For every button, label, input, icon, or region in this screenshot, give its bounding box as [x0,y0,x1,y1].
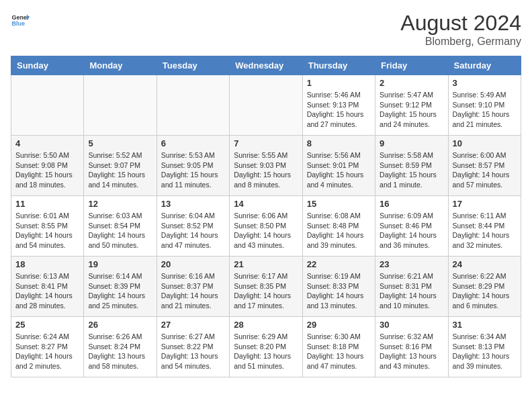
calendar-cell: 8Sunrise: 5:56 AM Sunset: 9:01 PM Daylig… [302,136,375,196]
calendar-table: Sunday Monday Tuesday Wednesday Thursday… [11,56,521,377]
day-number: 12 [88,199,152,209]
day-number: 3 [453,78,517,88]
day-info: Sunrise: 6:34 AM Sunset: 8:13 PM Dayligh… [453,332,517,371]
day-number: 13 [161,199,225,209]
location-subtitle: Blomberg, Germany [400,36,521,48]
calendar-cell: 5Sunrise: 5:52 AM Sunset: 9:07 PM Daylig… [84,136,157,196]
day-number: 26 [88,320,152,330]
day-info: Sunrise: 6:06 AM Sunset: 8:50 PM Dayligh… [234,211,298,250]
day-number: 8 [307,138,371,148]
day-number: 31 [453,320,517,330]
day-info: Sunrise: 5:49 AM Sunset: 9:10 PM Dayligh… [453,90,517,130]
day-number: 5 [88,138,152,148]
col-wednesday: Wednesday [230,56,302,75]
month-year-title: August 2024 [400,11,521,36]
day-number: 19 [88,259,152,269]
day-number: 17 [453,199,517,209]
day-number: 7 [234,138,298,148]
calendar-cell: 7Sunrise: 5:55 AM Sunset: 9:03 PM Daylig… [230,136,302,196]
calendar-week-5: 25Sunrise: 6:24 AM Sunset: 8:27 PM Dayli… [11,317,521,377]
day-number: 1 [307,78,371,88]
calendar-cell: 3Sunrise: 5:49 AM Sunset: 9:10 PM Daylig… [448,75,521,136]
day-number: 9 [380,138,443,148]
day-info: Sunrise: 6:30 AM Sunset: 8:18 PM Dayligh… [307,332,371,371]
day-number: 30 [380,320,443,330]
day-info: Sunrise: 6:24 AM Sunset: 8:27 PM Dayligh… [15,332,79,371]
day-number: 23 [380,259,443,269]
calendar-cell: 31Sunrise: 6:34 AM Sunset: 8:13 PM Dayli… [448,317,521,377]
col-tuesday: Tuesday [157,56,229,75]
col-thursday: Thursday [302,56,375,75]
calendar-cell: 20Sunrise: 6:16 AM Sunset: 8:37 PM Dayli… [157,257,229,317]
calendar-cell: 22Sunrise: 6:19 AM Sunset: 8:33 PM Dayli… [302,257,375,317]
day-info: Sunrise: 6:03 AM Sunset: 8:54 PM Dayligh… [88,211,152,250]
day-info: Sunrise: 5:46 AM Sunset: 9:13 PM Dayligh… [307,90,371,130]
logo: General Blue [11,11,30,30]
day-number: 4 [15,138,79,148]
day-info: Sunrise: 6:29 AM Sunset: 8:20 PM Dayligh… [234,332,298,371]
calendar-cell: 6Sunrise: 5:53 AM Sunset: 9:05 PM Daylig… [157,136,229,196]
calendar-cell [230,75,302,136]
svg-text:Blue: Blue [11,20,25,27]
day-info: Sunrise: 6:27 AM Sunset: 8:22 PM Dayligh… [161,332,225,371]
col-friday: Friday [375,56,448,75]
day-info: Sunrise: 6:19 AM Sunset: 8:33 PM Dayligh… [307,271,371,311]
calendar-week-4: 18Sunrise: 6:13 AM Sunset: 8:41 PM Dayli… [11,257,521,317]
day-info: Sunrise: 6:14 AM Sunset: 8:39 PM Dayligh… [88,271,152,311]
day-info: Sunrise: 6:16 AM Sunset: 8:37 PM Dayligh… [161,271,225,311]
day-info: Sunrise: 6:17 AM Sunset: 8:35 PM Dayligh… [234,271,298,311]
day-info: Sunrise: 6:22 AM Sunset: 8:29 PM Dayligh… [453,271,517,311]
day-info: Sunrise: 5:53 AM Sunset: 9:05 PM Dayligh… [161,150,225,190]
day-info: Sunrise: 6:08 AM Sunset: 8:48 PM Dayligh… [307,211,371,250]
day-number: 28 [234,320,298,330]
day-number: 15 [307,199,371,209]
calendar-cell: 17Sunrise: 6:11 AM Sunset: 8:44 PM Dayli… [448,196,521,257]
calendar-cell: 2Sunrise: 5:47 AM Sunset: 9:12 PM Daylig… [375,75,448,136]
page-header: General Blue August 2024 Blomberg, Germa… [11,11,521,48]
day-info: Sunrise: 6:00 AM Sunset: 8:57 PM Dayligh… [453,150,517,190]
calendar-cell [157,75,229,136]
calendar-cell: 21Sunrise: 6:17 AM Sunset: 8:35 PM Dayli… [230,257,302,317]
calendar-cell: 13Sunrise: 6:04 AM Sunset: 8:52 PM Dayli… [157,196,229,257]
day-number: 14 [234,199,298,209]
day-number: 16 [380,199,443,209]
day-number: 24 [453,259,517,269]
calendar-cell: 28Sunrise: 6:29 AM Sunset: 8:20 PM Dayli… [230,317,302,377]
day-info: Sunrise: 5:50 AM Sunset: 9:08 PM Dayligh… [15,150,79,190]
day-info: Sunrise: 6:11 AM Sunset: 8:44 PM Dayligh… [453,211,517,250]
calendar-cell: 23Sunrise: 6:21 AM Sunset: 8:31 PM Dayli… [375,257,448,317]
day-number: 18 [15,259,79,269]
day-number: 29 [307,320,371,330]
day-info: Sunrise: 5:52 AM Sunset: 9:07 PM Dayligh… [88,150,152,190]
col-saturday: Saturday [448,56,521,75]
calendar-cell: 12Sunrise: 6:03 AM Sunset: 8:54 PM Dayli… [84,196,157,257]
calendar-week-3: 11Sunrise: 6:01 AM Sunset: 8:55 PM Dayli… [11,196,521,257]
calendar-cell: 24Sunrise: 6:22 AM Sunset: 8:29 PM Dayli… [448,257,521,317]
title-area: August 2024 Blomberg, Germany [400,11,521,48]
calendar-cell: 15Sunrise: 6:08 AM Sunset: 8:48 PM Dayli… [302,196,375,257]
day-info: Sunrise: 6:26 AM Sunset: 8:24 PM Dayligh… [88,332,152,371]
calendar-cell: 18Sunrise: 6:13 AM Sunset: 8:41 PM Dayli… [11,257,84,317]
day-info: Sunrise: 6:13 AM Sunset: 8:41 PM Dayligh… [15,271,79,311]
calendar-cell: 19Sunrise: 6:14 AM Sunset: 8:39 PM Dayli… [84,257,157,317]
day-info: Sunrise: 5:56 AM Sunset: 9:01 PM Dayligh… [307,150,371,190]
day-info: Sunrise: 6:21 AM Sunset: 8:31 PM Dayligh… [380,271,443,311]
day-info: Sunrise: 6:32 AM Sunset: 8:16 PM Dayligh… [380,332,443,371]
col-monday: Monday [84,56,157,75]
calendar-cell [84,75,157,136]
calendar-header-row: Sunday Monday Tuesday Wednesday Thursday… [11,56,521,75]
col-sunday: Sunday [11,56,84,75]
calendar-cell: 10Sunrise: 6:00 AM Sunset: 8:57 PM Dayli… [448,136,521,196]
day-number: 20 [161,259,225,269]
calendar-week-2: 4Sunrise: 5:50 AM Sunset: 9:08 PM Daylig… [11,136,521,196]
day-number: 21 [234,259,298,269]
day-number: 6 [161,138,225,148]
day-number: 27 [161,320,225,330]
day-info: Sunrise: 6:09 AM Sunset: 8:46 PM Dayligh… [380,211,443,250]
day-info: Sunrise: 6:01 AM Sunset: 8:55 PM Dayligh… [15,211,79,250]
day-info: Sunrise: 6:04 AM Sunset: 8:52 PM Dayligh… [161,211,225,250]
calendar-cell: 25Sunrise: 6:24 AM Sunset: 8:27 PM Dayli… [11,317,84,377]
day-info: Sunrise: 5:55 AM Sunset: 9:03 PM Dayligh… [234,150,298,190]
calendar-cell: 16Sunrise: 6:09 AM Sunset: 8:46 PM Dayli… [375,196,448,257]
day-number: 2 [380,78,443,88]
